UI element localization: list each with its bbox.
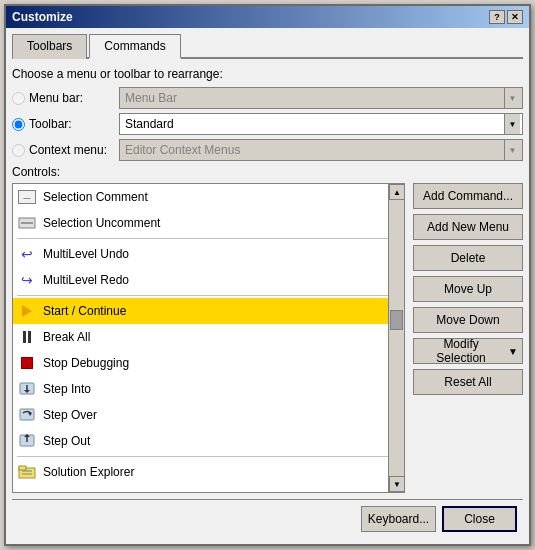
context-menu-row: Context menu: Editor Context Menus ▼ [12,139,523,161]
toolbar-row: Toolbar: Standard ▼ [12,113,523,135]
list-scrollbar[interactable]: ▲ ▼ [388,184,404,492]
title-bar: Customize ? ✕ [6,6,529,28]
move-down-button[interactable]: Move Down [413,307,523,333]
scroll-up-button[interactable]: ▲ [389,184,404,200]
context-menu-arrow: ▼ [504,140,520,160]
add-new-menu-button[interactable]: Add New Menu [413,214,523,240]
tab-strip: Toolbars Commands [12,34,523,59]
tab-toolbars[interactable]: Toolbars [12,34,87,59]
context-menu-value: Editor Context Menus [122,143,504,157]
comment-icon: — [17,188,37,206]
menu-bar-label: Menu bar: [29,91,119,105]
modify-selection-button[interactable]: Modify Selection ▼ [413,338,523,364]
pause-icon [17,328,37,346]
delete-button[interactable]: Delete [413,245,523,271]
modify-selection-label: Modify Selection [418,337,504,365]
toolbar-value: Standard [122,117,504,131]
toolbar-combo[interactable]: Standard ▼ [119,113,523,135]
scroll-down-button[interactable]: ▼ [389,476,404,492]
item-label: MultiLevel Redo [43,273,129,287]
item-label: Break All [43,330,90,344]
item-label: Solution Explorer [43,465,134,479]
list-separator [17,295,400,296]
list-wrapper: — Selection Comment [13,184,404,492]
menu-bar-value: Menu Bar [122,91,504,105]
list-item[interactable]: — Selection Comment [13,184,404,210]
footer: Keyboard... Close [12,499,523,538]
item-label: Step Out [43,434,90,448]
list-separator [17,238,400,239]
stop-icon [17,354,37,372]
scroll-thumb[interactable] [390,310,403,330]
item-label: Stop Debugging [43,356,129,370]
svg-rect-11 [19,466,26,470]
uncomment-icon [17,214,37,232]
customize-dialog: Customize ? ✕ Toolbars Commands Choose a… [4,4,531,546]
list-item[interactable]: Solution Explorer [13,459,404,485]
item-label: Selection Uncomment [43,216,160,230]
arrange-label: Choose a menu or toolbar to rearrange: [12,67,523,81]
stepinto-icon [17,380,37,398]
item-label: Step Into [43,382,91,396]
list-item[interactable]: Selection Uncomment [13,210,404,236]
title-bar-buttons: ? ✕ [489,10,523,24]
list-item[interactable]: ↩ MultiLevel Undo ▾ [13,241,404,267]
modify-selection-arrow: ▼ [508,346,518,357]
context-menu-combo: Editor Context Menus ▼ [119,139,523,161]
list-item-selected[interactable]: Start / Continue [13,298,404,324]
dialog-title: Customize [12,10,73,24]
item-label: Start / Continue [43,304,126,318]
menu-bar-combo: Menu Bar ▼ [119,87,523,109]
item-label: MultiLevel Undo [43,247,129,261]
solution-icon [17,463,37,481]
context-menu-label: Context menu: [29,143,119,157]
stepover-icon [17,406,37,424]
dialog-body: Toolbars Commands Choose a menu or toolb… [6,28,529,544]
list-separator [17,456,400,457]
list-item[interactable]: Break All [13,324,404,350]
list-item[interactable]: Step Over [13,402,404,428]
list-content: — Selection Comment [13,184,404,492]
tab-commands[interactable]: Commands [89,34,180,59]
toolbar-arrow[interactable]: ▼ [504,114,520,134]
close-title-button[interactable]: ✕ [507,10,523,24]
svg-rect-5 [20,409,34,420]
menu-bar-radio[interactable] [12,92,25,105]
help-button[interactable]: ? [489,10,505,24]
list-item[interactable]: Stop Debugging [13,350,404,376]
list-item[interactable]: ↪ MultiLevel Redo ▾ [13,267,404,293]
list-item[interactable]: Step Out [13,428,404,454]
toolbar-radio[interactable] [12,118,25,131]
redo-icon: ↪ [17,271,37,289]
reset-all-button[interactable]: Reset All [413,369,523,395]
right-panel: Add Command... Add New Menu Delete Move … [413,183,523,493]
commands-list-panel: — Selection Comment [12,183,405,493]
scroll-track[interactable] [389,200,404,476]
move-up-button[interactable]: Move Up [413,276,523,302]
menu-bar-arrow: ▼ [504,88,520,108]
stepout-icon [17,432,37,450]
item-label: Selection Comment [43,190,148,204]
menu-bar-row: Menu bar: Menu Bar ▼ [12,87,523,109]
play-icon [17,302,37,320]
keyboard-button[interactable]: Keyboard... [361,506,436,532]
controls-label: Controls: [12,165,523,179]
context-menu-radio[interactable] [12,144,25,157]
item-label: Step Over [43,408,97,422]
close-button[interactable]: Close [442,506,517,532]
list-item[interactable]: Step Into [13,376,404,402]
toolbar-label: Toolbar: [29,117,119,131]
main-area: — Selection Comment [12,183,523,493]
add-command-button[interactable]: Add Command... [413,183,523,209]
undo-icon: ↩ [17,245,37,263]
